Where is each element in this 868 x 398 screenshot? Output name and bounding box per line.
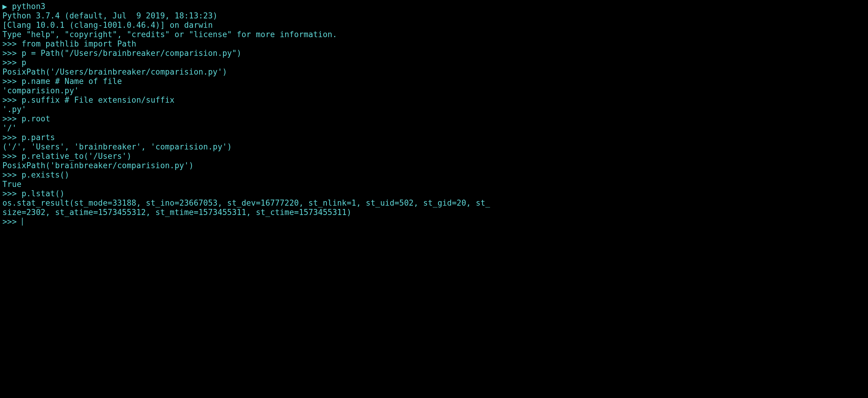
terminal-line: >>> p.relative_to('/Users') [2, 151, 866, 161]
terminal[interactable]: ▶ python3Python 3.7.4 (default, Jul 9 20… [0, 0, 868, 226]
terminal-line: Python 3.7.4 (default, Jul 9 2019, 18:13… [2, 11, 866, 21]
terminal-line: Type "help", "copyright", "credits" or "… [2, 30, 866, 39]
terminal-line: PosixPath('brainbreaker/comparision.py') [2, 161, 866, 170]
terminal-line: >>> p.name # Name of file [2, 77, 866, 86]
terminal-line: >>> p.suffix # File extension/suffix [2, 95, 866, 105]
terminal-line: >>> p.root [2, 114, 866, 123]
terminal-line: PosixPath('/Users/brainbreaker/comparisi… [2, 67, 866, 77]
terminal-line: size=2302, st_atime=1573455312, st_mtime… [2, 208, 866, 217]
cursor-icon [22, 218, 23, 226]
terminal-line: >>> p [2, 58, 866, 67]
terminal-line: os.stat_result(st_mode=33188, st_ino=236… [2, 198, 866, 208]
terminal-line: ▶ python3 [2, 2, 866, 11]
terminal-line: >>> [2, 217, 866, 226]
terminal-line: 'comparision.py' [2, 86, 866, 95]
terminal-line: ('/', 'Users', 'brainbreaker', 'comparis… [2, 142, 866, 151]
terminal-line: [Clang 10.0.1 (clang-1001.0.46.4)] on da… [2, 21, 866, 30]
terminal-line: >>> p = Path("/Users/brainbreaker/compar… [2, 49, 866, 58]
terminal-line: True [2, 180, 866, 189]
terminal-line: >>> p.parts [2, 133, 866, 142]
terminal-line: >>> p.lstat() [2, 189, 866, 198]
terminal-line: '/' [2, 123, 866, 133]
terminal-line: >>> p.exists() [2, 170, 866, 180]
terminal-line: '.py' [2, 105, 866, 114]
terminal-line: >>> from pathlib import Path [2, 39, 866, 49]
